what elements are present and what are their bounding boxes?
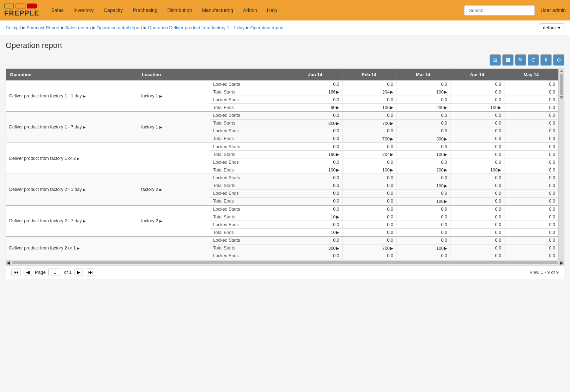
h-scroll-right-icon[interactable]: ▶ bbox=[559, 260, 564, 265]
time-button[interactable]: ⏱ bbox=[528, 54, 539, 66]
first-page-button[interactable]: ⏮ bbox=[11, 269, 21, 276]
data-cell-mar: 0.0 bbox=[396, 213, 450, 221]
data-cell-mar: 100▶ bbox=[396, 197, 450, 205]
data-cell-feb: 0.0 bbox=[342, 205, 396, 213]
scroll-up-icon[interactable] bbox=[560, 70, 563, 72]
page-number-input[interactable] bbox=[48, 269, 61, 276]
data-cell-feb: 700▶ bbox=[342, 244, 396, 252]
data-cell-may: 0.0 bbox=[504, 158, 558, 166]
default-scenario-button[interactable]: default ▾ bbox=[539, 23, 564, 32]
search-filter-button[interactable]: 🔍 bbox=[515, 54, 526, 66]
row-label: Locked Ends bbox=[210, 189, 288, 197]
operation-cell[interactable]: Deliver product from factory 1 - 7 day ▶ bbox=[6, 111, 138, 143]
breadcrumb-operation-deliver[interactable]: Operation Deliver product from factory 1… bbox=[148, 25, 245, 30]
row-label: Total Starts bbox=[210, 213, 288, 221]
h-scroll-left-icon[interactable]: ◀ bbox=[6, 260, 11, 265]
table-body: Deliver product from factory 1 - 1 day ▶… bbox=[6, 80, 558, 260]
nav-help[interactable]: Help bbox=[262, 0, 282, 20]
table-row: Deliver product from factory 1 - 1 day ▶… bbox=[6, 80, 558, 88]
location-cell[interactable]: factory 1 ▶ bbox=[138, 111, 210, 143]
download-button[interactable]: ⬇ bbox=[540, 54, 552, 66]
nav-purchasing[interactable]: Purchasing bbox=[128, 0, 162, 20]
image-view-button[interactable]: 🖼 bbox=[502, 54, 514, 66]
data-cell-may: 0.0 bbox=[504, 96, 558, 104]
nav-sales[interactable]: Sales bbox=[46, 0, 68, 20]
logo-area: FREPPLE bbox=[4, 4, 39, 17]
row-label: Locked Starts bbox=[210, 236, 288, 244]
user-menu[interactable]: User admin bbox=[540, 7, 566, 13]
settings-button[interactable]: ⚙ bbox=[553, 54, 564, 66]
breadcrumb-cockpit[interactable]: Cockpit bbox=[6, 25, 21, 30]
table-header-row: Operation Location Jan 14 Feb 14 Mar 14 … bbox=[6, 69, 558, 80]
data-cell-may: 0.0 bbox=[504, 213, 558, 221]
nav-inventory[interactable]: Inventory bbox=[68, 0, 99, 20]
data-cell-jan: 0.0 bbox=[288, 158, 342, 166]
data-cell-feb: 204▶ bbox=[342, 88, 396, 96]
data-cell-feb: 700▶ bbox=[342, 135, 396, 143]
logo-box-green bbox=[4, 4, 14, 8]
data-cell-apr: 0.0 bbox=[450, 244, 504, 252]
h-scroll-thumb[interactable] bbox=[12, 261, 558, 264]
data-cell-may: 0.0 bbox=[504, 151, 558, 158]
row-label: Locked Ends bbox=[210, 96, 288, 104]
data-cell-jan: 0.0 bbox=[288, 189, 342, 197]
data-cell-jan: 0.0 bbox=[288, 221, 342, 229]
breadcrumb-operation-report[interactable]: Operation report bbox=[250, 25, 284, 30]
location-cell[interactable]: factory 1 ▶ bbox=[138, 80, 210, 112]
table-row: Deliver product from factory 1 or 2 ▶Loc… bbox=[6, 143, 558, 151]
col-header-may14: May 14 bbox=[504, 69, 558, 80]
data-cell-apr: 0.0 bbox=[450, 236, 504, 244]
data-cell-jan: 0.0 bbox=[288, 197, 342, 205]
data-cell-mar: 0.0 bbox=[396, 189, 450, 197]
vertical-scrollbar[interactable] bbox=[558, 69, 564, 260]
next-page-button[interactable]: ▶ bbox=[74, 269, 83, 276]
data-cell-mar: 0.0 bbox=[396, 158, 450, 166]
data-cell-may: 0.0 bbox=[504, 174, 558, 182]
location-cell[interactable]: factory 2 ▶ bbox=[138, 205, 210, 237]
last-page-button[interactable]: ⏭ bbox=[86, 269, 95, 276]
data-cell-may: 0.0 bbox=[504, 189, 558, 197]
data-cell-mar: 0.0 bbox=[396, 143, 450, 151]
operation-cell[interactable]: Deliver product from factory 2 - 1 day ▶ bbox=[6, 174, 138, 205]
breadcrumb-forecast-report[interactable]: Forecast Report bbox=[26, 25, 59, 30]
data-cell-jan: 10▶ bbox=[288, 229, 342, 237]
location-cell[interactable]: factory 2 ▶ bbox=[138, 174, 210, 205]
breadcrumb-sep-5: ▶ bbox=[246, 25, 249, 30]
table-scroll-area[interactable]: Operation Location Jan 14 Feb 14 Mar 14 … bbox=[6, 69, 558, 260]
horizontal-scrollbar[interactable]: ◀ ▶ bbox=[6, 260, 564, 265]
nav-capacity[interactable]: Capacity bbox=[99, 0, 128, 20]
row-label: Locked Ends bbox=[210, 252, 288, 260]
scroll-down-icon[interactable] bbox=[560, 96, 563, 99]
prev-page-button[interactable]: ◀ bbox=[24, 269, 32, 276]
data-cell-mar: 0.0 bbox=[396, 205, 450, 213]
data-cell-may: 0.0 bbox=[504, 221, 558, 229]
operation-cell[interactable]: Deliver product from factory 1 or 2 ▶ bbox=[6, 143, 138, 174]
data-cell-jan: 0.0 bbox=[288, 80, 342, 88]
data-cell-may: 0.0 bbox=[504, 104, 558, 112]
data-cell-mar: 0.0 bbox=[396, 236, 450, 244]
row-label: Locked Starts bbox=[210, 205, 288, 213]
nav-distribution[interactable]: Distribution bbox=[162, 0, 197, 20]
data-cell-apr: 0.0 bbox=[450, 221, 504, 229]
breadcrumb-operation-detail[interactable]: Operation detail report bbox=[97, 25, 142, 30]
data-table: Operation Location Jan 14 Feb 14 Mar 14 … bbox=[6, 69, 558, 260]
scroll-thumb[interactable] bbox=[560, 74, 563, 95]
grid-view-button[interactable]: ⊞ bbox=[490, 54, 501, 66]
data-cell-feb: 0.0 bbox=[342, 189, 396, 197]
row-label: Locked Starts bbox=[210, 174, 288, 182]
row-label: Locked Starts bbox=[210, 111, 288, 119]
operation-cell[interactable]: Deliver product from factory 2 - 7 day ▶ bbox=[6, 205, 138, 237]
data-cell-mar: 0.0 bbox=[396, 119, 450, 127]
search-input[interactable] bbox=[464, 5, 535, 16]
data-cell-apr: 0.0 bbox=[450, 80, 504, 88]
data-cell-feb: 0.0 bbox=[342, 80, 396, 88]
nav-manufacturing[interactable]: Manufacturing bbox=[197, 0, 238, 20]
operation-cell[interactable]: Deliver product from factory 2 or 1 ▶ bbox=[6, 236, 138, 260]
breadcrumb-sales-orders[interactable]: Sales orders bbox=[65, 25, 91, 30]
nav-admin[interactable]: Admin bbox=[238, 0, 262, 20]
operation-cell[interactable]: Deliver product from factory 1 - 1 day ▶ bbox=[6, 80, 138, 112]
data-cell-apr: 100▶ bbox=[450, 104, 504, 112]
data-cell-apr: 0.0 bbox=[450, 205, 504, 213]
main-content: Operation report ⊞ 🖼 🔍 ⏱ ⬇ ⚙ bbox=[0, 35, 570, 279]
breadcrumb-sep-4: ▶ bbox=[144, 25, 146, 30]
